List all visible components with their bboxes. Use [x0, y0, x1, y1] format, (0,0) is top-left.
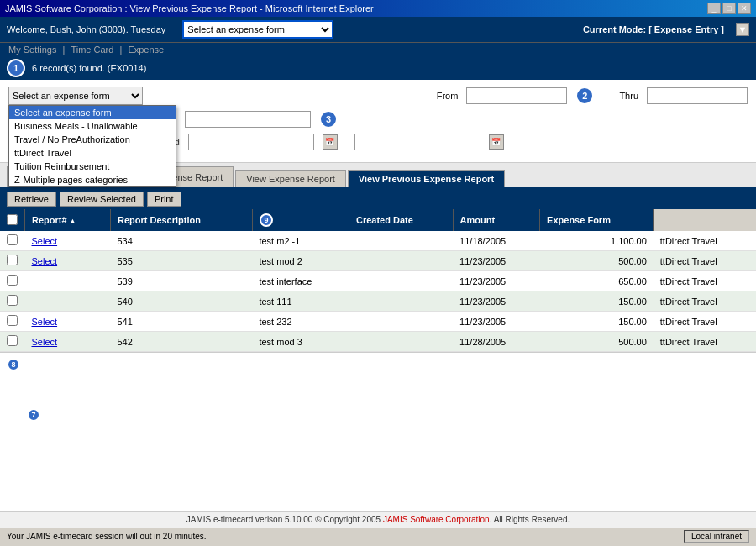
row-checkbox-2[interactable]	[7, 275, 18, 286]
date-thru-input[interactable]	[354, 134, 480, 150]
row-checkbox-3[interactable]	[7, 295, 18, 306]
row-report-num: 535	[110, 251, 252, 271]
row-amount: 150.00	[540, 312, 654, 332]
report-number-input[interactable]	[185, 111, 311, 128]
row-description: test mod 2	[252, 251, 349, 271]
top-expense-select[interactable]: Select an expense formBusiness Meals - U…	[182, 20, 333, 39]
print-button[interactable]: Print	[147, 192, 181, 207]
expense-form-select[interactable]: Select an expense formBusiness Meals - U…	[8, 87, 143, 105]
expense-form-dropdown-list[interactable]: Select an expense form Business Meals - …	[8, 105, 176, 187]
row-date: 11/23/2005	[453, 291, 540, 312]
row-select-link-4[interactable]: Select	[32, 317, 58, 327]
col-amount: Amount	[453, 209, 540, 231]
table-row: 539test interface11/23/2005650.00ttDirec…	[0, 271, 756, 291]
top-expense-form-dropdown[interactable]: Select an expense formBusiness Meals - U…	[182, 20, 333, 39]
row-select-link-1[interactable]: Select	[32, 256, 58, 266]
table-row: 540test 11111/23/2005150.00ttDirect Trav…	[0, 291, 756, 312]
dropdown-option-2[interactable]: Travel / No PreAuthorization	[9, 133, 176, 146]
select-all-checkbox[interactable]	[7, 214, 18, 225]
row-checkbox-4[interactable]	[7, 315, 18, 326]
date-from-input[interactable]	[188, 134, 314, 150]
row-select-link-0[interactable]: Select	[32, 236, 58, 246]
row-select-cell: Select	[25, 231, 111, 251]
row-expense-form: ttDirect Travel	[654, 312, 756, 332]
footer-text2: . All Rights Reserved.	[490, 515, 570, 524]
maximize-button[interactable]: □	[722, 3, 736, 14]
title-text: JAMIS Software Corporation : View Previo…	[5, 3, 374, 13]
from-input[interactable]	[466, 87, 567, 104]
dropdown-option-3[interactable]: ttDirect Travel	[9, 146, 176, 160]
col-report-num[interactable]: Report#	[25, 209, 111, 231]
title-bar: JAMIS Software Corporation : View Previo…	[0, 0, 756, 17]
row-description: test m2 -1	[252, 231, 349, 251]
row-checkbox-1[interactable]	[7, 255, 18, 265]
row-date: 11/23/2005	[453, 271, 540, 291]
row-select-link-5[interactable]: Select	[32, 337, 58, 347]
row-checkbox-cell	[0, 332, 25, 352]
nav-mysettings[interactable]: My Settings	[8, 45, 56, 55]
minimize-button[interactable]: _	[707, 3, 721, 14]
from-label: From	[437, 91, 459, 101]
calendar-from-icon[interactable]: 📅	[323, 134, 338, 150]
row-date: 11/18/2005	[453, 231, 540, 251]
row-date: 11/28/2005	[453, 332, 540, 352]
nav-bar: My Settings | Time Card | Expense	[0, 42, 756, 56]
status-bar: Your JAMIS e-timecard session will out i…	[0, 528, 756, 544]
nav-timecard[interactable]: Time Card	[71, 45, 113, 55]
row-checkbox-cell	[0, 271, 25, 291]
row-expense-form: ttDirect Travel	[654, 332, 756, 352]
badge-9: 9	[260, 213, 273, 227]
thru-input[interactable]	[647, 87, 748, 104]
close-button[interactable]: ✕	[738, 3, 751, 14]
row-description: test 232	[252, 312, 349, 332]
row-amount: 500.00	[540, 332, 654, 352]
row-date: 11/23/2005	[453, 251, 540, 271]
expense-form-dropdown-container[interactable]: Select an expense formBusiness Meals - U…	[8, 87, 143, 105]
badge-7: 7	[27, 408, 40, 422]
row-amount: 150.00	[540, 291, 654, 312]
row-amount: 1,100.00	[540, 231, 654, 251]
scroll-button[interactable]: ▼	[736, 23, 749, 36]
dropdown-option-1[interactable]: Business Meals - Unallowable	[9, 119, 176, 133]
tab-viewprev-label: View Previous Expense Report	[359, 174, 494, 184]
nav-expense[interactable]: Expense	[128, 45, 164, 55]
row-checkbox-cell	[0, 291, 25, 312]
table-body: Select534test m2 -111/18/20051,100.00ttD…	[0, 231, 756, 352]
badge-2: 2	[575, 87, 594, 105]
report-table: Report# Report Description 9 Created Dat…	[0, 209, 756, 352]
report-table-container: Report# Report Description 9 Created Dat…	[0, 209, 756, 353]
thru-label: Thru	[619, 91, 638, 101]
tab-view-previous[interactable]: View Previous Expense Report	[348, 170, 505, 187]
row-select-cell	[25, 271, 111, 291]
current-mode: Current Mode: [ Expense Entry ]	[583, 24, 724, 34]
status-message: Your JAMIS e-timecard session will out i…	[7, 532, 207, 541]
retrieve-button[interactable]: Retrieve	[7, 192, 56, 207]
col-created-date: Created Date	[349, 209, 453, 231]
window-controls[interactable]: _ □ ✕	[707, 3, 751, 14]
status-right: Local intranet	[684, 530, 749, 543]
dropdown-option-4[interactable]: Tuition Reimbursement	[9, 160, 176, 173]
row-description: test 111	[252, 291, 349, 312]
row-select-cell: Select	[25, 312, 111, 332]
row-checkbox-5[interactable]	[7, 335, 18, 346]
dropdown-option-5[interactable]: Z-Multiple pages categories	[9, 173, 176, 186]
badge-3: 3	[319, 110, 338, 129]
row-description: test interface	[252, 271, 349, 291]
row-checkbox-cell	[0, 231, 25, 251]
row-expense-form: ttDirect Travel	[654, 291, 756, 312]
tab-view-label: View Expense Report	[246, 174, 335, 184]
row-amount: 650.00	[540, 271, 654, 291]
row-badge-cell	[349, 332, 453, 352]
review-selected-button[interactable]: Review Selected	[60, 192, 144, 207]
footer-link[interactable]: JAMIS Software Corporation	[383, 515, 490, 524]
row-checkbox-cell	[0, 312, 25, 332]
row-expense-form: ttDirect Travel	[654, 231, 756, 251]
tab-view-expense[interactable]: View Expense Report	[235, 170, 346, 187]
badge-1: 1	[7, 59, 25, 77]
row-checkbox-0[interactable]	[7, 234, 18, 245]
dropdown-option-0[interactable]: Select an expense form	[9, 106, 176, 119]
row-amount: 500.00	[540, 251, 654, 271]
calendar-thru-icon[interactable]: 📅	[489, 134, 504, 150]
row-report-num: 539	[110, 271, 252, 291]
row-date: 11/23/2005	[453, 312, 540, 332]
